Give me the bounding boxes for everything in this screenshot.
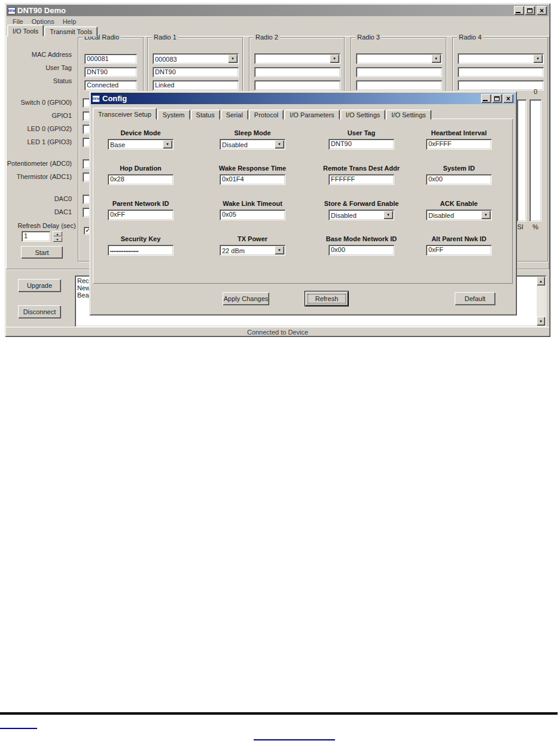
tab-io-parameters[interactable]: I/O Parameters xyxy=(284,110,340,120)
label-thermistor: Thermistor (ADC1) xyxy=(5,173,72,180)
radio3-status-field xyxy=(356,80,442,90)
tab-transmit-tools[interactable]: Transmit Tools xyxy=(44,26,98,37)
alt-parent-nwk-id-field[interactable]: 0xFF xyxy=(426,245,492,256)
chevron-down-icon[interactable]: ▼ xyxy=(163,140,172,148)
label-mac-address: MAC Address xyxy=(5,51,72,58)
spin-up-button[interactable]: ▲ xyxy=(53,231,62,236)
tab-serial[interactable]: Serial xyxy=(221,110,248,120)
log-scrollbar[interactable]: ▲ ▼ xyxy=(537,277,545,326)
maximize-button[interactable] xyxy=(525,6,535,15)
scroll-up-button[interactable]: ▲ xyxy=(537,277,545,286)
chevron-down-icon[interactable]: ▼ xyxy=(275,246,284,254)
security-key-field[interactable]: ••••••••••••••••• xyxy=(108,245,174,256)
main-title-bar[interactable]: RFM DNT90 Demo × xyxy=(7,5,549,16)
scroll-down-icon: ▼ xyxy=(539,320,543,323)
tab-io-tools[interactable]: I/O Tools xyxy=(7,25,44,37)
chevron-down-icon[interactable]: ▼ xyxy=(384,211,393,219)
ack-enable-label: ACK Enable xyxy=(414,200,504,207)
ack-enable-combo[interactable]: Disabled▼ xyxy=(426,209,492,220)
chevron-down-icon[interactable]: ▼ xyxy=(481,211,491,219)
hop-duration-field[interactable]: 0x28 xyxy=(108,174,174,185)
label-dac1: DAC1 xyxy=(5,208,72,215)
local-status-field: Connected xyxy=(84,80,137,90)
label-user-tag: User Tag xyxy=(5,64,72,71)
rfm-logo-icon: RFM xyxy=(92,95,100,102)
label-status: Status xyxy=(5,77,72,84)
apply-changes-button[interactable]: Apply Changes xyxy=(223,292,269,305)
sleep-mode-combo[interactable]: Disabled▼ xyxy=(220,139,285,150)
wake-response-time-label: Wake Response Time xyxy=(208,165,297,172)
hop-duration-label: Hop Duration xyxy=(96,165,185,172)
device-mode-label: Device Mode xyxy=(96,129,185,136)
spin-down-button[interactable]: ▼ xyxy=(53,236,62,242)
radio4-usertag-field[interactable] xyxy=(458,67,544,77)
radio4-mac-combo[interactable]: ▼ xyxy=(458,53,544,64)
heartbeat-interval-field[interactable]: 0xFFFF xyxy=(426,139,492,150)
label-led0: LED 0 (GPIO2) xyxy=(5,125,72,132)
tab-status[interactable]: Status xyxy=(191,110,220,120)
chevron-down-icon[interactable]: ▼ xyxy=(275,140,284,148)
chevron-down-icon[interactable]: ▼ xyxy=(533,54,543,63)
radio1-mac-combo[interactable]: 000083 ▼ xyxy=(153,53,239,64)
minimize-button[interactable] xyxy=(514,6,524,15)
radio1-status-field: Linked xyxy=(153,80,239,90)
alt-parent-nwk-id-label: Alt Parent Nwk ID xyxy=(414,235,504,242)
upgrade-button[interactable]: Upgrade xyxy=(18,279,61,292)
close-button[interactable]: × xyxy=(503,94,513,103)
close-icon: × xyxy=(540,8,544,14)
tx-power-combo[interactable]: 22 dBm▼ xyxy=(220,245,285,256)
chevron-down-icon[interactable]: ▼ xyxy=(330,54,339,63)
tab-io-settings-1[interactable]: I/O Settings xyxy=(340,110,385,120)
remote-trans-dest-addr-field[interactable]: FFFFFF xyxy=(328,174,394,185)
rfm-logo-icon: RFM xyxy=(8,7,16,14)
config-dialog: RFM Config × Transceiver Setup System St… xyxy=(89,91,517,315)
store-forward-enable-combo[interactable]: Disabled▼ xyxy=(328,209,394,220)
label-dac0: DAC0 xyxy=(5,195,72,202)
scroll-up-icon: ▲ xyxy=(539,280,543,283)
status-bar: Connected to Device xyxy=(6,327,549,336)
radio3-usertag-field[interactable] xyxy=(356,67,442,77)
device-mode-combo[interactable]: Base▼ xyxy=(108,139,174,150)
chevron-down-icon[interactable]: ▼ xyxy=(228,54,238,63)
scroll-down-button[interactable]: ▼ xyxy=(537,317,545,326)
tab-io-settings-2[interactable]: I/O Settings xyxy=(386,110,431,120)
radio2-mac-combo[interactable]: ▼ xyxy=(254,53,340,64)
system-id-field[interactable]: 0x00 xyxy=(426,174,492,185)
disconnect-button[interactable]: Disconnect xyxy=(18,305,61,318)
parent-network-id-field[interactable]: 0xFF xyxy=(108,209,174,220)
footer-link-center[interactable] xyxy=(254,739,335,740)
tx-power-label: TX Power xyxy=(208,235,297,242)
label-led1: LED 1 (GPIO3) xyxy=(5,138,72,145)
radio1-usertag-field[interactable]: DNT90 xyxy=(153,67,239,77)
local-mac-field[interactable]: 000081 xyxy=(84,54,137,64)
heartbeat-interval-label: Heartbeat Interval xyxy=(414,129,504,136)
menu-help[interactable]: Help xyxy=(59,17,81,26)
maximize-button[interactable] xyxy=(492,94,502,103)
tab-protocol[interactable]: Protocol xyxy=(249,110,284,120)
chevron-down-icon[interactable]: ▼ xyxy=(431,54,441,63)
group-radio-3-title: Radio 3 xyxy=(355,34,382,41)
tab-transceiver-setup[interactable]: Transceiver Setup xyxy=(93,108,157,120)
minimize-button[interactable] xyxy=(481,94,491,103)
group-radio-1-title: Radio 1 xyxy=(152,34,178,41)
user-tag-field[interactable]: DNT90 xyxy=(328,139,394,150)
maximize-icon xyxy=(494,96,500,101)
config-title-bar[interactable]: RFM Config × xyxy=(91,93,515,104)
tab-system[interactable]: System xyxy=(157,110,190,120)
default-button[interactable]: Default xyxy=(455,292,495,305)
radio3-mac-combo[interactable]: ▼ xyxy=(356,53,442,64)
remote-trans-dest-addr-label: Remote Trans Dest Addr xyxy=(316,165,406,172)
refresh-delay-input[interactable]: 1 xyxy=(22,231,50,242)
radio2-usertag-field[interactable] xyxy=(254,67,340,77)
wake-link-timeout-field[interactable]: 0x05 xyxy=(220,209,285,220)
label-potentiometer: Potentiometer (ADC0) xyxy=(5,160,72,167)
local-usertag-field[interactable]: DNT90 xyxy=(84,67,137,77)
footer-link-left[interactable] xyxy=(0,728,37,729)
start-button[interactable]: Start xyxy=(21,246,63,259)
close-button[interactable]: × xyxy=(537,6,547,15)
parent-network-id-label: Parent Network ID xyxy=(96,200,185,207)
refresh-delay-stepper: ▲ ▼ xyxy=(53,231,62,242)
wake-response-time-field[interactable]: 0x01F4 xyxy=(220,174,285,185)
refresh-button[interactable]: Refresh xyxy=(305,291,348,306)
base-mode-network-id-field[interactable]: 0x00 xyxy=(328,245,394,256)
